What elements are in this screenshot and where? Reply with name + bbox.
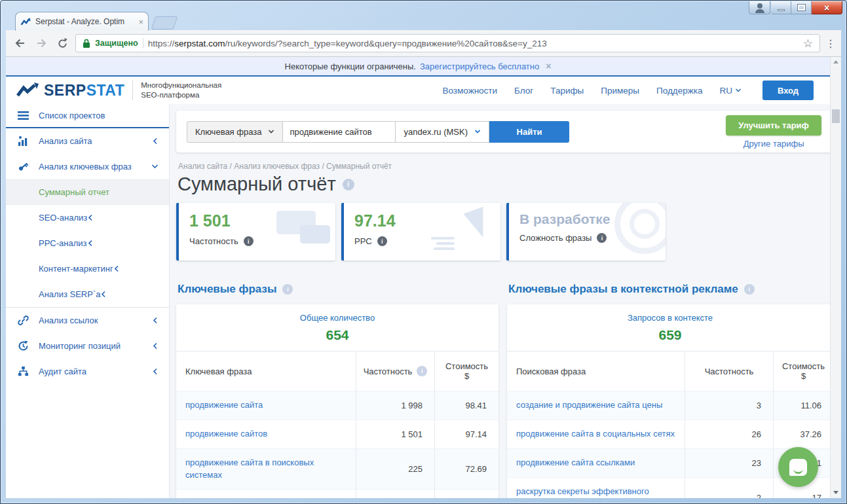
table-row: продвижение сайта 1 998 98.41	[176, 391, 499, 420]
scroll-down-arrow-icon[interactable]	[833, 491, 838, 494]
sidebar-item-summary-report[interactable]: Суммарный отчет	[6, 179, 169, 205]
info-icon[interactable]	[417, 366, 427, 376]
browser-tab[interactable]: Serpstat - Analyze. Optim ×	[15, 12, 149, 31]
secure-label: Защищено	[95, 39, 138, 48]
info-icon[interactable]	[597, 233, 607, 243]
secure-lock-icon	[83, 39, 90, 48]
omnibox-separator	[143, 38, 143, 48]
info-icon[interactable]	[282, 284, 293, 295]
back-button[interactable]	[12, 35, 28, 51]
person-icon	[757, 3, 762, 9]
nav-examples[interactable]: Примеры	[601, 86, 639, 96]
search-submit-button[interactable]: Найти	[489, 121, 569, 143]
page-title: Суммарный отчёт	[178, 173, 336, 195]
nav-pricing[interactable]: Тарифы	[550, 86, 584, 96]
keyword-link[interactable]: продвижение сайта в поисковых системах	[176, 449, 356, 490]
sidebar-item-serp-analysis[interactable]: Анализ SERP`a	[6, 281, 169, 307]
chevron-left-icon	[87, 240, 94, 247]
browser-menu-icon[interactable]: ⋮	[825, 37, 835, 50]
keywords-table: Общее количество 654 Ключевая фраза Част…	[176, 304, 499, 498]
keyword-link[interactable]: продвижение сайта в социальных сетях	[507, 420, 685, 448]
scroll-up-arrow-icon[interactable]	[833, 60, 838, 63]
bookmark-star-icon[interactable]: ☆	[803, 37, 813, 50]
keyword-link[interactable]: продвижение сайтов в москве	[176, 490, 356, 498]
sidebar-item-site-audit[interactable]: Аудит сайта	[6, 359, 169, 384]
keyword-link[interactable]: раскрутка секреты эффективного продвижен…	[507, 478, 685, 498]
page-scrollbar[interactable]	[830, 57, 841, 498]
tab-title: Serpstat - Analyze. Optim	[35, 17, 134, 26]
forward-button[interactable]	[33, 35, 49, 51]
sidebar-item-content-marketing[interactable]: Контент-маркетинг	[6, 256, 169, 281]
stats-row: 1 501 Частотность 97.14 PPC В	[176, 203, 833, 261]
browser-toolbar: Защищено https://serpstat.com/ru/keyword…	[6, 30, 841, 57]
table-row: продвижение сайта в социальных сетях 26 …	[507, 420, 833, 448]
login-button[interactable]: Вход	[762, 81, 814, 100]
info-icon[interactable]	[377, 236, 387, 246]
serpstat-favicon	[20, 16, 31, 27]
nav-support[interactable]: Поддержка	[656, 86, 702, 96]
stat-card-volume: 1 501 Частотность	[176, 203, 335, 261]
chevron-down-icon	[735, 87, 742, 94]
top-nav: Возможности Блог Тарифы Примеры Поддержк…	[442, 81, 831, 100]
scrollbar-thumb[interactable]	[832, 109, 840, 123]
table-body: создание и продвижение сайта цены 3 11.0…	[507, 391, 833, 498]
register-link[interactable]: Зарегистрируйтесь бесплатно	[420, 62, 539, 71]
search-type-select[interactable]: Ключевая фраза	[187, 121, 283, 143]
history-icon	[18, 340, 29, 351]
keyword-link[interactable]: создание и продвижение сайта цены	[507, 391, 685, 420]
sidebar-item-keyword-analysis[interactable]: Анализ ключевых фраз	[6, 154, 169, 179]
chat-widget-button[interactable]	[778, 447, 818, 487]
keyword-link[interactable]: продвижение сайта ссылками	[507, 449, 685, 477]
section-title-keywords: Ключевые фразы	[178, 283, 499, 296]
sidebar-item-seo-analysis[interactable]: SEO-анализ	[6, 205, 169, 230]
search-panel: Ключевая фраза yandex.ru (MSK) Найти Улу…	[176, 111, 833, 153]
page-viewport: Некоторые функции ограничены. Зарегистри…	[6, 57, 841, 498]
serpstat-logo-icon	[16, 82, 39, 98]
sidebar-item-projects[interactable]: Список проектов	[6, 104, 169, 128]
info-icon[interactable]	[744, 284, 755, 295]
chevron-left-icon	[152, 137, 159, 145]
serpstat-logo[interactable]: SERPSTAT	[16, 82, 124, 99]
browser-window: Serpstat - Analyze. Optim × ×	[0, 0, 847, 504]
chevron-left-icon	[100, 291, 107, 298]
url-bar[interactable]: Защищено https://serpstat.com/ru/keyword…	[75, 34, 820, 52]
table-row: продвижение сайтов 1 501 97.14	[176, 420, 499, 448]
table-header: Поисковая фраза Частотность Стоимость $	[507, 351, 833, 391]
card-illustration	[434, 247, 455, 250]
new-tab-button[interactable]	[151, 16, 178, 29]
sidebar-item-link-analysis[interactable]: Анализ ссылок	[6, 308, 169, 333]
profile-button[interactable]	[749, 1, 770, 14]
sidebar-item-ppc-analysis[interactable]: PPC-анализ	[6, 230, 169, 256]
search-engine-select[interactable]: yandex.ru (MSK)	[396, 121, 489, 143]
keyword-link[interactable]: продвижение сайтов	[176, 420, 356, 448]
stat-label: PPC	[354, 236, 372, 246]
logo-text: SERPSTAT	[44, 82, 124, 99]
sidebar-item-rank-monitoring[interactable]: Мониторинг позиций	[6, 333, 169, 359]
nav-blog[interactable]: Блог	[514, 86, 533, 96]
reload-button[interactable]	[54, 35, 70, 51]
info-icon[interactable]	[343, 179, 354, 190]
tab-close-icon[interactable]: ×	[138, 18, 143, 26]
main-content: Ключевая фраза yandex.ru (MSK) Найти Улу…	[170, 104, 841, 498]
close-button[interactable]: ×	[812, 1, 842, 14]
section-title-context-keywords: Ключевые фразы в контекстной рекламе	[508, 283, 833, 296]
other-plans-link[interactable]: Другие тарифы	[743, 139, 804, 149]
table-body: продвижение сайта 1 998 98.41 продвижени…	[176, 391, 499, 498]
minimize-button[interactable]	[771, 1, 791, 14]
chevron-down-icon	[268, 128, 274, 135]
sidebar-item-site-analysis[interactable]: Анализ сайта	[6, 128, 169, 154]
card-illustration	[614, 203, 666, 254]
chart-icon	[18, 135, 29, 147]
search-query-input[interactable]	[283, 121, 396, 143]
maximize-button[interactable]	[791, 1, 812, 14]
keyword-link[interactable]: продвижение сайта	[176, 391, 356, 420]
upgrade-plan-button[interactable]: Улучшить тариф	[726, 115, 821, 135]
chevron-down-icon	[151, 163, 159, 170]
info-icon[interactable]	[244, 236, 254, 246]
column-header: Стоимость $	[434, 351, 499, 391]
banner-close-icon[interactable]: ×	[546, 61, 551, 71]
language-selector[interactable]: RU	[720, 86, 742, 96]
total-value: 659	[512, 327, 828, 343]
sidebar: Список проектов Анализ сайта	[6, 104, 170, 498]
nav-features[interactable]: Возможности	[442, 86, 497, 96]
